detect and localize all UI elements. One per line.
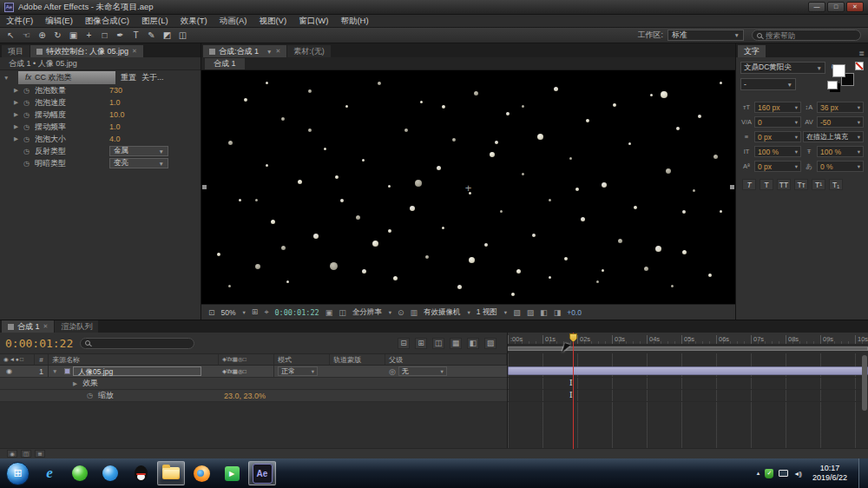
menu-item[interactable]: 帮助(H) [334, 15, 374, 27]
volume-icon[interactable]: ◄)) [793, 471, 801, 477]
stopwatch-icon[interactable]: ◷ [23, 123, 35, 131]
faux-style-button[interactable]: TT [777, 179, 791, 190]
timeline-search[interactable] [80, 338, 194, 349]
start-button[interactable]: ⊞ [6, 462, 30, 485]
twirl-closed-icon[interactable]: ▶ [14, 123, 23, 130]
ie-icon[interactable]: e [36, 461, 63, 485]
faux-style-button[interactable]: T [742, 179, 756, 190]
close-tab-icon[interactable]: ✕ [132, 48, 137, 55]
toggle-transfer-icon[interactable]: ◫ [21, 450, 31, 458]
clone-stamp-tool-icon[interactable]: ◩ [160, 29, 174, 42]
menu-item[interactable]: 窗口(W) [293, 15, 334, 27]
twirl-open-icon[interactable]: ▼ [3, 75, 13, 81]
resolution-dropdown[interactable]: 全分辨率▾ [352, 307, 391, 318]
type-tool-icon[interactable]: T [128, 29, 143, 42]
rotate-tool-icon[interactable]: ↻ [50, 29, 65, 42]
tab-footage[interactable]: 素材:(无) [287, 45, 331, 57]
draft3d-icon[interactable]: ⊞ [415, 338, 427, 349]
frame-blend-icon[interactable]: ▦ [450, 338, 462, 349]
layer-row[interactable]: ◉ 1 ▼ 人像05.jpg ◈\fx▦◎□ 正常▾ ◎无▾ [0, 366, 507, 378]
time-ruler[interactable]: :00s01s02s03s04s05s06s07s08s09s10s [508, 333, 868, 345]
leading-value[interactable]: 36 px▾ [817, 102, 864, 113]
eye-icon[interactable]: ◉ [3, 367, 13, 375]
roi-icon[interactable]: ⊞ [252, 307, 259, 317]
comp-handle-left[interactable] [202, 185, 207, 189]
reset-button[interactable]: 重置 [121, 72, 136, 83]
menu-item[interactable]: 动画(A) [214, 15, 253, 27]
layer-switches-icons[interactable]: ◈\fx▦◎□ [219, 366, 274, 377]
browser-blue-icon[interactable] [96, 461, 124, 485]
help-search-input[interactable] [766, 31, 844, 40]
menu-item[interactable]: 编辑(E) [39, 15, 79, 27]
show-desktop-button[interactable] [858, 458, 868, 488]
workspace-dropdown[interactable]: 标准 ▼ [667, 30, 744, 41]
effects-group-row[interactable]: ▶效果 [0, 378, 507, 390]
camera-dropdown[interactable]: 有效摄像机▾ [424, 307, 470, 318]
pen-tool-icon[interactable]: ✒ [113, 29, 128, 42]
zoom-tool-icon[interactable]: ⊕ [35, 29, 49, 42]
current-timecode[interactable]: 0:00:01:22 [5, 337, 73, 350]
close-button[interactable]: ✕ [846, 2, 864, 12]
stopwatch-icon[interactable]: ◷ [87, 392, 98, 399]
property-value[interactable]: 730 [109, 86, 122, 95]
tab-render-queue[interactable]: 渲染队列 [55, 320, 98, 333]
maximize-button[interactable]: □ [827, 2, 845, 12]
stopwatch-icon[interactable]: ◷ [23, 111, 35, 119]
twirl-closed-icon[interactable]: ▶ [73, 380, 82, 387]
property-dropdown[interactable]: 变亮 ▼ [109, 158, 168, 168]
layer-duration-track[interactable] [508, 366, 868, 378]
twirl-closed-icon[interactable]: ▶ [14, 87, 23, 94]
minimize-button[interactable]: — [808, 2, 825, 12]
mask-tool-icon[interactable]: □ [97, 29, 112, 42]
col-source-name[interactable]: 来源名称 [49, 354, 219, 365]
parent-dropdown[interactable]: 无▾ [398, 366, 447, 376]
timeline-search-input[interactable] [94, 339, 181, 347]
blend-mode-dropdown[interactable]: 正常▾ [278, 366, 318, 376]
property-dropdown[interactable]: 金属 ▼ [109, 146, 168, 156]
composition-viewport[interactable]: + [201, 70, 735, 304]
stopwatch-icon[interactable]: ◷ [23, 99, 35, 107]
no-color-swatch[interactable] [855, 62, 864, 70]
stopwatch-icon[interactable]: ◷ [23, 135, 35, 143]
magnify-region-icon[interactable]: ⊡ [208, 308, 215, 317]
tray-expand-icon[interactable]: ▴ [757, 470, 760, 477]
stopwatch-icon[interactable]: ◷ [23, 148, 35, 155]
comp-handle-right[interactable] [730, 185, 734, 189]
clock[interactable]: 10:17 2019/6/22 [806, 464, 853, 484]
faux-style-button[interactable]: T₁ [829, 179, 843, 190]
exposure-value[interactable]: +0.0 [567, 308, 582, 317]
show-channel-icon[interactable]: ◫ [339, 308, 346, 317]
tracking-value[interactable]: -50▾ [817, 116, 864, 128]
graph-editor-icon[interactable]: ▨ [484, 338, 496, 349]
faux-style-button[interactable]: Tт [794, 179, 808, 190]
transparency-grid-icon[interactable]: ▥ [410, 308, 418, 317]
about-button[interactable]: 关于... [141, 72, 164, 83]
fill-color-swatch[interactable] [832, 64, 845, 77]
font-style-dropdown[interactable]: - ▼ [740, 78, 796, 90]
baseline-shift-value[interactable]: 0 px▾ [754, 161, 801, 172]
menu-item[interactable]: 图像合成(C) [79, 15, 135, 27]
tab-composition[interactable]: 合成:合成 1 ▼ ✕ [203, 45, 286, 57]
close-tab-icon[interactable]: ✕ [43, 323, 49, 330]
faux-style-button[interactable]: T [760, 179, 773, 190]
fast-preview-icon[interactable]: ▨ [527, 308, 535, 317]
col-mode[interactable]: 模式 [274, 354, 330, 365]
hand-tool-icon[interactable]: ☜ [19, 29, 34, 42]
layer-name[interactable]: 人像05.jpg [73, 366, 201, 376]
view-layout-dropdown[interactable]: 1 视图▾ [477, 307, 507, 318]
twirl-open-icon[interactable]: ▼ [52, 368, 62, 374]
effects-track[interactable]: I [508, 378, 868, 390]
selection-tool-icon[interactable]: ↖ [3, 29, 18, 42]
firefox-icon[interactable] [187, 461, 215, 485]
twirl-closed-icon[interactable]: ▶ [14, 135, 23, 142]
region-target-icon[interactable]: ⊙ [398, 308, 404, 317]
snapshot-icon[interactable]: ▣ [326, 308, 333, 317]
browser-green-icon[interactable] [66, 461, 94, 485]
property-value[interactable]: 1.0 [109, 122, 121, 131]
chevron-down-icon[interactable]: ▼ [266, 49, 272, 55]
player-icon[interactable]: ▶ [218, 461, 246, 485]
camera-tool-icon[interactable]: ▣ [66, 29, 81, 42]
help-search[interactable] [752, 30, 861, 41]
tab-timeline-comp[interactable]: 合成 1 ✕ [2, 320, 54, 333]
comp-flowchart-icon[interactable]: ⊟ [398, 338, 410, 349]
